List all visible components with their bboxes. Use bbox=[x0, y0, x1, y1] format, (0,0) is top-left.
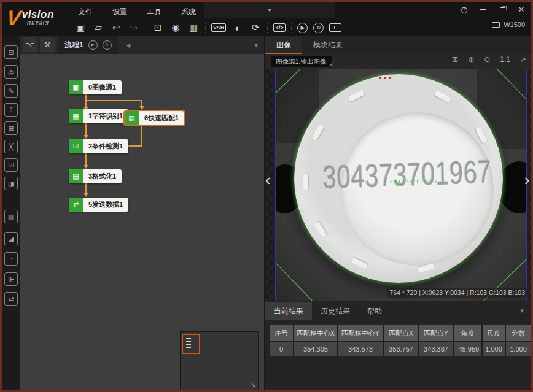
if-branch-icon[interactable]: IF bbox=[4, 272, 18, 286]
run-process-icon[interactable]: ▶ bbox=[88, 40, 98, 50]
title-bar: V vision master 文件 设置 工具 系统 帮助 ▾ ◷ ✕ ▣ ▱… bbox=[2, 2, 531, 36]
timer-icon[interactable]: ◔ bbox=[4, 252, 18, 266]
tool-sidebar: ⊡ ◎ ✎ ⌶ ⊞ ╳ ☑ ◨ ▥ ◢ ◔ IF ⇄ bbox=[2, 36, 20, 390]
close-button[interactable]: ✕ bbox=[516, 5, 526, 14]
loop-process-icon[interactable]: ↻ bbox=[103, 40, 112, 50]
toolbar-divider bbox=[205, 23, 206, 33]
refresh-icon[interactable]: ⟳ bbox=[249, 22, 262, 33]
visionmaster-window: V vision master 文件 设置 工具 系统 帮助 ▾ ◷ ✕ ▣ ▱… bbox=[0, 0, 533, 392]
process-tab[interactable]: 流程1 ▶ ↻ bbox=[58, 36, 118, 54]
workspace-selector[interactable]: W1500 bbox=[492, 21, 525, 28]
cap-notch bbox=[311, 124, 324, 141]
condition-check-icon: ☑ bbox=[69, 139, 83, 153]
redo-icon[interactable]: ↪ bbox=[128, 22, 140, 33]
cell-match-center-y[interactable]: 343.573 bbox=[338, 342, 383, 356]
tab-current-result[interactable]: 当前结果 bbox=[265, 302, 312, 320]
chevron-down-icon[interactable]: ▾ bbox=[520, 307, 524, 315]
image-status-bar: 764 * 720 | X:0623 Y:0034 | R:103 G:103 … bbox=[387, 288, 527, 298]
layout-columns-icon[interactable]: ▥ bbox=[187, 22, 200, 33]
tab-module-result[interactable]: 模块结果 bbox=[302, 36, 354, 54]
flow-node-image-source[interactable]: ▣ 0图像源1 bbox=[69, 80, 122, 94]
inspected-image: 304373701967 30437370196 7 bbox=[275, 69, 527, 301]
flow-node-label: 6快速匹配1 bbox=[139, 111, 184, 125]
script-code-icon[interactable]: </> bbox=[273, 23, 286, 32]
minimize-button[interactable] bbox=[478, 5, 488, 14]
histogram-icon[interactable]: ▥ bbox=[4, 210, 18, 223]
toolbar-divider bbox=[291, 23, 292, 33]
embossed-code-text: 304373701967 bbox=[322, 154, 477, 196]
fullscreen-icon[interactable]: ↗ bbox=[520, 55, 526, 64]
open-folder-icon[interactable]: ▱ bbox=[92, 22, 104, 33]
run-continuous-icon[interactable]: ↻ bbox=[313, 23, 324, 33]
flow-node-send-data[interactable]: ⇄ 5发送数据1 bbox=[69, 198, 128, 212]
col-header-match-center-x: 匹配框中心X bbox=[294, 325, 337, 341]
image-viewer[interactable]: 304373701967 30437370196 7 ‹ › 764 * 720… bbox=[264, 69, 531, 301]
image-panel-tabs: 图像 模块结果 bbox=[265, 36, 531, 54]
menu-tools[interactable]: 工具 bbox=[143, 5, 165, 19]
flow-node-condition-check[interactable]: ☑ 2条件检测1 bbox=[69, 139, 128, 153]
zoom-in-icon[interactable]: ⊕ bbox=[468, 55, 474, 64]
flow-canvas[interactable]: ▣ 0图像源1 ▦ 1字符识别1 ▧ 6快速匹配1 ☑ 2条件检测1 ▤ 3格式… bbox=[20, 54, 264, 390]
flow-minimap[interactable]: ↘ bbox=[180, 331, 259, 390]
minimap-resize-icon[interactable]: ↘ bbox=[251, 381, 256, 389]
acquisition-camera-icon[interactable]: ⊡ bbox=[4, 45, 18, 59]
location-target-icon[interactable]: ◎ bbox=[4, 65, 18, 79]
results-tabs: 当前结果 历史结果 帮助 bbox=[265, 302, 531, 320]
camera-icon[interactable]: ◉ bbox=[169, 22, 182, 33]
prev-image-arrow[interactable]: ‹ bbox=[265, 172, 271, 188]
undo-icon[interactable]: ↩ bbox=[110, 22, 122, 33]
measure-caliper-icon[interactable]: ⌶ bbox=[4, 103, 18, 117]
menu-settings[interactable]: 设置 bbox=[109, 5, 131, 19]
formula-icon[interactable]: F bbox=[329, 23, 341, 32]
focus-region-icon[interactable]: ⊞ bbox=[4, 121, 18, 135]
tab-help[interactable]: 帮助 bbox=[359, 302, 391, 320]
flow-list-icon[interactable]: ⌥ bbox=[23, 37, 37, 52]
cell-match-center-x[interactable]: 354.305 bbox=[294, 342, 337, 356]
image-edit-icon[interactable]: ✎ bbox=[4, 84, 18, 98]
tab-history-result[interactable]: 历史结果 bbox=[312, 302, 359, 320]
color-fill-icon[interactable]: ◢ bbox=[4, 232, 18, 245]
cell-score[interactable]: 1.000 bbox=[506, 342, 531, 356]
chevron-down-icon[interactable]: ▾ bbox=[254, 41, 258, 49]
flow-node-label: 0图像源1 bbox=[83, 80, 122, 94]
zoom-out-icon[interactable]: ⊖ bbox=[484, 55, 490, 64]
edge-arrow bbox=[84, 135, 88, 139]
window-controls: ◷ ✕ bbox=[459, 5, 526, 14]
next-image-arrow[interactable]: › bbox=[524, 172, 530, 188]
add-process-button[interactable]: + bbox=[126, 40, 132, 50]
flow-node-format[interactable]: ▤ 3格式化1 bbox=[69, 169, 122, 183]
flow-node-fast-match[interactable]: ▧ 6快速匹配1 bbox=[125, 111, 184, 125]
cell-angle[interactable]: -45.959 bbox=[454, 342, 481, 356]
restore-button[interactable] bbox=[497, 5, 507, 14]
cell-scale[interactable]: 1.000 bbox=[483, 342, 505, 356]
data-transfer-icon[interactable]: ⇄ bbox=[4, 292, 18, 306]
image-settings-icon[interactable]: ◨ bbox=[4, 177, 18, 190]
defect-scatter-icon[interactable]: ╳ bbox=[4, 140, 18, 153]
folder-icon bbox=[492, 22, 500, 28]
minimap-viewport[interactable] bbox=[182, 334, 200, 354]
cell-match-point-x[interactable]: 353.757 bbox=[384, 342, 418, 356]
global-variable-icon[interactable]: VAR bbox=[211, 23, 226, 32]
col-header-scale: 尺度 bbox=[483, 325, 505, 341]
performance-monitor-icon[interactable]: ◷ bbox=[459, 5, 469, 14]
one-to-one-icon[interactable]: 1:1 bbox=[500, 55, 510, 64]
save-icon[interactable]: ▣ bbox=[74, 22, 87, 33]
flow-node-label: 3格式化1 bbox=[83, 169, 122, 183]
col-header-angle: 角度 bbox=[454, 325, 481, 341]
run-once-icon[interactable]: ▶ bbox=[297, 23, 308, 33]
image-source-dropdown[interactable]: 图像源1.输出图像 bbox=[271, 56, 332, 67]
edge bbox=[141, 126, 142, 145]
wrench-icon[interactable]: ⚒ bbox=[40, 37, 55, 52]
menu-file[interactable]: 文件 bbox=[74, 5, 96, 19]
fit-view-icon[interactable]: ⊞ bbox=[452, 55, 458, 64]
toolbar-collapse-button[interactable]: ▾ bbox=[204, 2, 335, 18]
snapshot-icon[interactable]: ⊡ bbox=[152, 22, 164, 33]
tab-image[interactable]: 图像 bbox=[265, 36, 302, 54]
logic-check-icon[interactable]: ☑ bbox=[4, 158, 18, 172]
cell-index[interactable]: 0 bbox=[270, 342, 293, 356]
process-tab-label: 流程1 bbox=[64, 40, 84, 50]
contrast-icon[interactable]: ◐ bbox=[231, 23, 244, 33]
cell-match-point-y[interactable]: 343.387 bbox=[419, 342, 453, 356]
menu-system[interactable]: 系统 bbox=[177, 5, 200, 19]
flow-node-ocr[interactable]: ▦ 1字符识别1 bbox=[69, 109, 128, 123]
